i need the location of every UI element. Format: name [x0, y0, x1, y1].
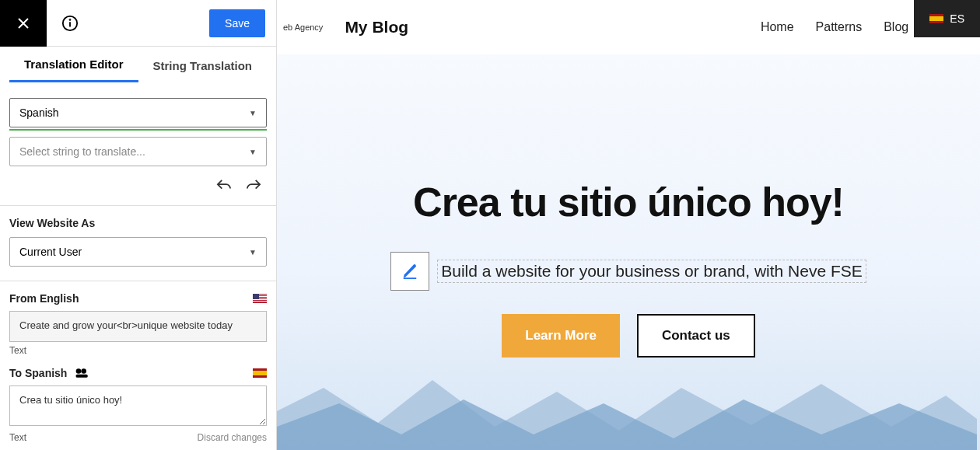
close-button[interactable]: [0, 0, 47, 47]
view-as-value: Current User: [19, 246, 82, 258]
svg-rect-5: [76, 375, 88, 378]
flag-es-icon: [929, 14, 943, 23]
machine-translation-icon[interactable]: [75, 368, 90, 378]
language-switcher[interactable]: ES: [914, 0, 980, 37]
flag-us-icon: [253, 294, 267, 303]
site-title[interactable]: My Blog: [345, 18, 408, 37]
nav-blog[interactable]: Blog: [884, 20, 908, 34]
discard-changes[interactable]: Discard changes: [198, 432, 267, 443]
info-button[interactable]: [47, 0, 93, 47]
source-hint: Text: [9, 345, 267, 356]
to-spanish-label: To Spanish: [9, 367, 67, 379]
from-english-label: From English: [9, 292, 79, 305]
tab-string-translation[interactable]: String Translation: [138, 50, 268, 82]
chevron-down-icon: ▼: [249, 248, 257, 256]
undo-icon[interactable]: [215, 179, 233, 193]
edit-string-button[interactable]: [390, 252, 429, 291]
chevron-down-icon: ▼: [249, 148, 257, 156]
chevron-down-icon: ▼: [249, 109, 257, 117]
string-select[interactable]: Select string to translate... ▼: [9, 137, 267, 166]
hero-subtitle[interactable]: Build a website for your business or bra…: [437, 260, 866, 283]
save-button[interactable]: Save: [209, 9, 265, 37]
tab-translation-editor[interactable]: Translation Editor: [9, 48, 138, 82]
contact-us-button[interactable]: Contact us: [637, 314, 755, 358]
nav-patterns[interactable]: Patterns: [816, 20, 863, 34]
redo-icon[interactable]: [245, 179, 262, 193]
string-select-placeholder: Select string to translate...: [19, 145, 145, 158]
preview-pane: eb Agency My Blog Home Patterns Blog Con…: [277, 0, 980, 450]
agency-label: eb Agency: [283, 23, 323, 32]
svg-point-4: [82, 368, 87, 374]
translation-input[interactable]: [9, 385, 267, 426]
nav-home[interactable]: Home: [761, 20, 794, 34]
hero-title[interactable]: Crea tu sitio único hoy!: [413, 179, 844, 225]
language-select-value: Spanish: [19, 106, 59, 119]
learn-more-button[interactable]: Learn More: [502, 314, 620, 358]
flag-es-icon: [253, 368, 267, 378]
svg-rect-6: [404, 277, 417, 279]
svg-point-3: [76, 368, 82, 374]
view-as-label: View Website As: [9, 217, 267, 229]
source-text: Create and grow your<br>unique website t…: [9, 311, 267, 342]
translation-hint: Text: [9, 432, 26, 443]
view-as-select[interactable]: Current User ▼: [9, 237, 267, 267]
language-select[interactable]: Spanish ▼: [9, 98, 267, 127]
language-code: ES: [950, 12, 964, 25]
svg-point-2: [70, 19, 71, 19]
